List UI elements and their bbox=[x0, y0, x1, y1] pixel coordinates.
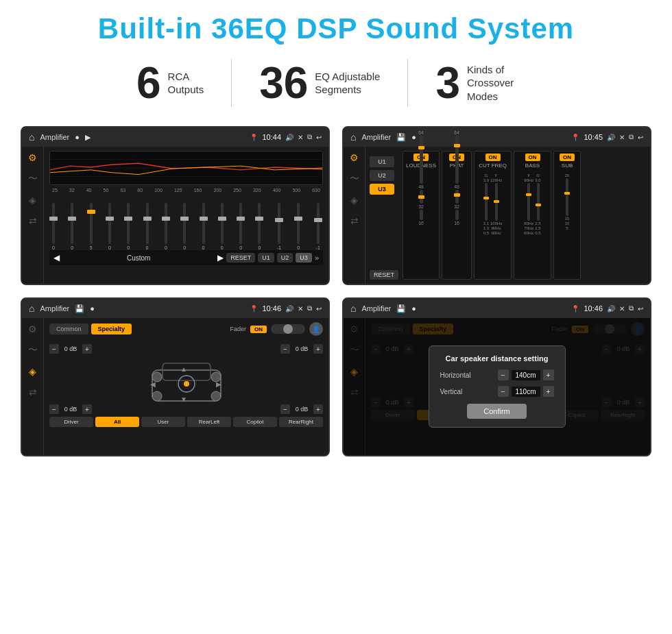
crossover-reset[interactable]: RESET bbox=[370, 270, 398, 280]
btn-user[interactable]: User bbox=[141, 417, 185, 427]
dialog-title: Car speaker distance setting bbox=[440, 354, 554, 363]
eq-slider-13: 0 bbox=[297, 203, 300, 250]
screen1-play: ▶ bbox=[85, 133, 91, 142]
screen1-sq: ⧉ bbox=[307, 133, 312, 141]
spk-icon: ◈ bbox=[29, 195, 36, 206]
rl-minus[interactable]: − bbox=[49, 404, 59, 414]
fader-slider[interactable] bbox=[271, 324, 305, 334]
spacer bbox=[180, 344, 193, 354]
freq-80: 80 bbox=[137, 188, 143, 193]
stat-eq: 36 EQ AdjustableSegments bbox=[232, 61, 407, 105]
screen2-title: Amplifier bbox=[361, 133, 391, 141]
u2-button[interactable]: U2 bbox=[277, 253, 293, 263]
channel-sub: ON SUB 20 15 10 5 bbox=[553, 151, 581, 280]
rr-plus[interactable]: + bbox=[313, 404, 323, 414]
screen3-topbar-left: ⌂ Amplifier 💾 ● bbox=[29, 303, 95, 314]
preset-u2[interactable]: U2 bbox=[370, 170, 394, 181]
svg-text:▶: ▶ bbox=[216, 380, 221, 388]
screen4-content: ⚙ 〜 ◈ ⇄ Common Specialty Fader ON 👤 bbox=[344, 318, 650, 455]
vertical-minus[interactable]: − bbox=[498, 386, 509, 397]
eq-slider-1: 0 bbox=[71, 203, 73, 250]
next-button[interactable]: ▶ bbox=[217, 253, 224, 263]
screen4-topbar: ⌂ Amplifier 💾 ● 📍 10:46 🔊 ✕ ⧉ ↩ bbox=[344, 299, 650, 318]
u1-button[interactable]: U1 bbox=[258, 253, 274, 263]
btn-copilot[interactable]: Copilot bbox=[233, 417, 277, 427]
fader-on-btn[interactable]: ON bbox=[250, 326, 267, 333]
bass-sliders: F 90Hz 80Hz 70Hz 60Hz G 3.0 bbox=[524, 171, 540, 232]
car-svg: ▲ ▼ ◀ ▶ bbox=[142, 356, 231, 404]
rl-plus[interactable]: + bbox=[82, 404, 92, 414]
distance-dialog: Car speaker distance setting Horizontal … bbox=[429, 345, 566, 428]
u3-button[interactable]: U3 bbox=[296, 253, 312, 263]
spk-icon3: ◈ bbox=[29, 366, 36, 377]
stat-rca-label: RCAOutputs bbox=[168, 70, 204, 97]
bass-on[interactable]: ON bbox=[525, 154, 540, 161]
confirm-button[interactable]: Confirm bbox=[467, 404, 527, 419]
btn-all[interactable]: All bbox=[95, 417, 139, 427]
screen3-save: 💾 bbox=[75, 304, 84, 313]
stat-crossover-label: Kinds ofCrossover Modes bbox=[467, 63, 536, 103]
fl-plus[interactable]: + bbox=[82, 344, 92, 354]
sub-on[interactable]: ON bbox=[560, 154, 575, 161]
rr-minus[interactable]: − bbox=[280, 404, 290, 414]
screen2-content: ⚙ 〜 ◈ ⇄ U1 U2 U3 RESET ON LOUDN bbox=[344, 147, 650, 284]
screen4-title: Amplifier bbox=[361, 304, 391, 313]
arrow-icon2: ⇄ bbox=[350, 215, 359, 226]
fl-minus[interactable]: − bbox=[49, 344, 59, 354]
fader-thumb bbox=[283, 324, 293, 334]
fr-plus[interactable]: + bbox=[313, 344, 323, 354]
svg-text:◀: ◀ bbox=[150, 380, 156, 388]
screen4-topbar-right: 📍 10:46 🔊 ✕ ⧉ ↩ bbox=[571, 304, 643, 313]
dialog-row-horizontal: Horizontal − 140cm + bbox=[440, 369, 554, 380]
screen1-time: 10:44 bbox=[262, 133, 281, 141]
dialog-horizontal-ctrl: − 140cm + bbox=[498, 369, 554, 380]
screen3-back: ↩ bbox=[316, 305, 322, 313]
preset-u1[interactable]: U1 bbox=[370, 156, 394, 167]
wave-icon2: 〜 bbox=[350, 173, 359, 185]
screen4-dot: ● bbox=[411, 304, 416, 313]
channel-cutfreq: ON CUT FREQ G 3.0 2.1 1.3 0.5 bbox=[474, 151, 512, 280]
tab-common[interactable]: Common bbox=[49, 324, 88, 334]
eq-slider-9: 0 bbox=[221, 203, 224, 250]
reset-button[interactable]: RESET bbox=[226, 253, 255, 263]
cutfreq-on[interactable]: ON bbox=[485, 154, 501, 161]
arrow-icon3: ⇄ bbox=[29, 387, 37, 398]
tab-specialty[interactable]: Specialty bbox=[91, 324, 132, 334]
btn-rearleft[interactable]: RearLeft bbox=[187, 417, 231, 427]
dialog-row-vertical: Vertical − 110cm + bbox=[440, 386, 554, 397]
horizontal-minus[interactable]: − bbox=[498, 369, 509, 380]
fr-minus[interactable]: − bbox=[280, 344, 290, 354]
channel-loudness: ON LOUDNESS 64 48 32 16 bbox=[403, 151, 440, 280]
screen1-topbar: ⌂ Amplifier ● ▶ 📍 10:44 🔊 ✕ ⧉ ↩ bbox=[22, 127, 328, 147]
wave-icon3: 〜 bbox=[28, 344, 38, 356]
home-icon: ⌂ bbox=[29, 132, 34, 143]
stat-crossover-number: 3 bbox=[435, 61, 460, 105]
screen4-location: 📍 bbox=[571, 305, 579, 313]
screen3-sidebar: ⚙ 〜 ◈ ⇄ bbox=[22, 318, 44, 455]
prev-button[interactable]: ◀ bbox=[53, 253, 60, 263]
freq-100: 100 bbox=[154, 188, 163, 193]
svg-point-11 bbox=[211, 391, 221, 401]
btn-driver[interactable]: Driver bbox=[49, 417, 93, 427]
preset-u3[interactable]: U3 bbox=[370, 184, 394, 195]
horizontal-plus[interactable]: + bbox=[543, 369, 554, 380]
eq-slider-5: 0 bbox=[146, 203, 149, 250]
page-header: Built-in 36EQ DSP Sound System bbox=[0, 0, 672, 52]
screen3-topbar: ⌂ Amplifier 💾 ● 📍 10:46 🔊 ✕ ⧉ ↩ bbox=[22, 299, 328, 318]
screen2-back: ↩ bbox=[638, 134, 643, 141]
cutfreq-label: CUT FREQ bbox=[479, 162, 507, 169]
screen4-x: ✕ bbox=[619, 305, 625, 313]
freq-200: 200 bbox=[213, 188, 221, 193]
screen-speaker: ⌂ Amplifier 💾 ● 📍 10:46 🔊 ✕ ⧉ ↩ ⚙ 〜 ◈ ⇄ bbox=[21, 297, 330, 456]
freq-32: 32 bbox=[69, 188, 75, 193]
btn-rearright[interactable]: RearRight bbox=[279, 417, 323, 427]
screen4-vol: 🔊 bbox=[607, 305, 615, 313]
tabs-row: Common Specialty bbox=[49, 324, 132, 334]
screen4-topbar-left: ⌂ Amplifier 💾 ● bbox=[350, 303, 416, 314]
eq-graph bbox=[49, 151, 323, 185]
vertical-plus[interactable]: + bbox=[543, 386, 554, 397]
stats-row: 6 RCAOutputs 36 EQ AdjustableSegments 3 … bbox=[0, 52, 672, 119]
screen4-back: ↩ bbox=[638, 305, 643, 313]
ch-ctrl-rr: − 0 dB + bbox=[280, 404, 323, 414]
more-icon: » bbox=[315, 254, 319, 262]
